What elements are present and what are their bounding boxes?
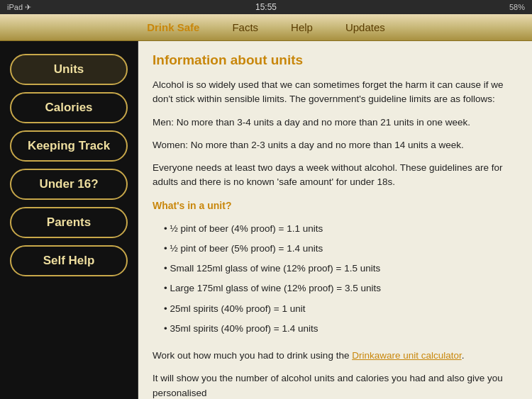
bullet-item-4: • Large 175ml glass of wine (12% proof) … (153, 279, 518, 298)
bullet-list: • ½ pint of beer (4% proof) = 1.1 units … (153, 219, 518, 339)
sidebar-btn-parents[interactable]: Parents (10, 207, 128, 238)
content-title: Information about units (153, 52, 518, 68)
content-body: Alcohol is so widely used that we can so… (153, 78, 518, 399)
calc-text-2: . (462, 350, 465, 361)
bullet-item-2: • ½ pint of beer (5% proof) = 1.4 units (153, 239, 518, 259)
calc-note: It will show you the number of alcohol u… (153, 371, 518, 399)
main-layout: Units Calories Keeping Track Under 16? P… (0, 41, 532, 399)
bullet-item-5: • 25ml spirits (40% proof) = 1 unit (153, 299, 518, 319)
nav-updates[interactable]: Updates (340, 18, 391, 36)
content-women: Women: No more than 2-3 units a day and … (153, 138, 518, 152)
status-left: iPad ✈ (7, 3, 31, 12)
nav-facts[interactable]: Facts (226, 18, 264, 36)
sidebar-btn-units[interactable]: Units (10, 54, 128, 85)
sidebar-btn-under16[interactable]: Under 16? (10, 169, 128, 200)
sidebar-btn-self-help[interactable]: Self Help (10, 245, 128, 276)
nav-drink-safe[interactable]: Drink Safe (141, 18, 205, 36)
top-nav: Drink Safe Facts Help Updates (0, 14, 532, 41)
content-everyone: Everyone needs at least two days a week … (153, 161, 518, 190)
calc-text-1: Work out how much you had to drink using… (153, 350, 352, 361)
sidebar-btn-calories[interactable]: Calories (10, 92, 128, 123)
calc-paragraph: Work out how much you had to drink using… (153, 349, 518, 363)
bullet-item-1: • ½ pint of beer (4% proof) = 1.1 units (153, 219, 518, 239)
calc-link[interactable]: Drinkaware unit calculator (352, 350, 462, 361)
content-intro: Alcohol is so widely used that we can so… (153, 78, 518, 107)
content-area: Information about units Alcohol is so wi… (138, 41, 532, 399)
bullet-item-3: • Small 125ml glass of wine (12% proof) … (153, 259, 518, 279)
status-right: 58% (509, 3, 525, 11)
content-men: Men: No more than 3-4 units a day and no… (153, 116, 518, 130)
status-time: 15:55 (255, 2, 277, 12)
sidebar-btn-keeping-track[interactable]: Keeping Track (10, 130, 128, 162)
sidebar: Units Calories Keeping Track Under 16? P… (0, 41, 138, 399)
status-bar: iPad ✈ 15:55 58% (0, 0, 532, 14)
bullet-item-6: • 35ml spirits (40% proof) = 1.4 units (153, 319, 518, 339)
section-title-units: What's in a unit? (153, 198, 518, 213)
nav-help[interactable]: Help (285, 18, 318, 36)
